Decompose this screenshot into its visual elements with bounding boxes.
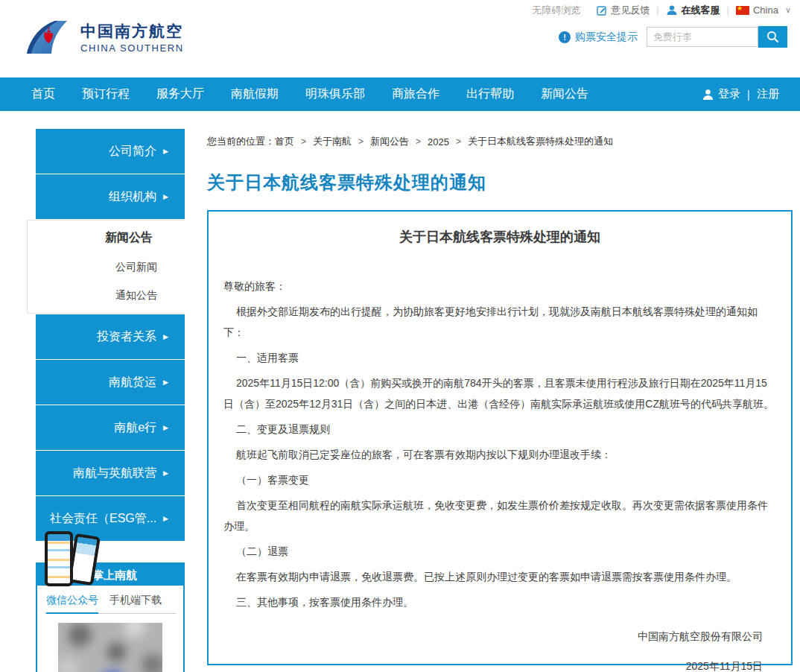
notice-date: 2025年11月15日 xyxy=(223,656,763,672)
breadcrumb: 您当前的位置： 首页 > 关于南航 > 新闻公告 > 2025 > 关于日本航线… xyxy=(207,135,613,148)
login-link[interactable]: 登录 xyxy=(718,87,740,101)
breadcrumb-separator: > xyxy=(301,136,306,147)
flag-icon: ★ xyxy=(736,6,749,15)
divider: | xyxy=(656,4,658,16)
breadcrumb-separator: > xyxy=(416,136,421,147)
sidebar-item-joint-business[interactable]: 南航与英航联营 ▶ xyxy=(36,451,185,495)
notice-paragraph: 尊敬的旅客： xyxy=(223,276,776,297)
notice-section-heading: 一、适用客票 xyxy=(223,347,776,368)
nav-item-sky-pearl-club[interactable]: 明珠俱乐部 xyxy=(305,86,365,102)
arrow-right-icon: ▶ xyxy=(163,378,168,386)
notice-paragraph: 首次变更至相同航程的南航实际承运航班，免收变更费，如发生票价价差按规定收取。再次… xyxy=(223,495,776,536)
notice-signature-block: 中国南方航空股份有限公司 2025年11月15日 xyxy=(223,626,776,672)
breadcrumb-current: 关于日本航线客票特殊处理的通知 xyxy=(468,135,613,148)
arrow-right-icon: ▶ xyxy=(163,148,168,155)
register-link[interactable]: 注册 xyxy=(757,87,779,101)
sidebar-menu: 公司简介 ▶ 组织机构 ▶ 新闻公告 公司新闻 通知公告 投资者关系 ▶ 南航货… xyxy=(36,129,185,542)
online-service-icon xyxy=(666,4,678,16)
logo-english-name: CHINA SOUTHERN xyxy=(80,42,184,54)
notice-paragraph: 航班起飞前取消已定妥座位的旅客，可在客票有效期内按以下规则办理退改手续： xyxy=(223,444,776,465)
arrow-right-icon: ▶ xyxy=(163,515,168,522)
notice-section-heading: 二、变更及退票规则 xyxy=(223,419,776,440)
arrow-right-icon: ▶ xyxy=(163,424,168,431)
breadcrumb-prefix: 您当前的位置： xyxy=(207,135,275,148)
notice-content-box: 关于日本航线客票特殊处理的通知 尊敬的旅客： 根据外交部近期发布的出行提醒，为协… xyxy=(207,210,793,665)
auth-area: 登录 | 注册 xyxy=(702,77,779,111)
notice-subsection-heading: （二）退票 xyxy=(223,541,776,562)
search-icon xyxy=(766,31,779,43)
nav-item-service-hall[interactable]: 服务大厅 xyxy=(156,86,204,102)
notice-paragraph: 根据外交部近期发布的出行提醒，为协助旅客更好地安排出行计划，现就涉及南航日本航线… xyxy=(223,301,776,343)
arrow-right-icon: ▶ xyxy=(163,193,168,200)
nav-item-holidays[interactable]: 南航假期 xyxy=(231,86,279,102)
nav-item-news[interactable]: 新闻公告 xyxy=(541,86,588,102)
chevron-down-icon: ∨ xyxy=(785,5,791,15)
search-input[interactable] xyxy=(647,27,758,47)
notice-paragraph: 2025年11月15日12:00（含）前购买或换开的南航784开头的客票，且客票… xyxy=(223,373,776,414)
notice-paragraph: 三、其他事项，按客票使用条件办理。 xyxy=(223,592,776,612)
breadcrumb-about[interactable]: 关于南航 xyxy=(313,135,352,148)
qr-code-image xyxy=(58,623,162,672)
arrow-right-icon: ▶ xyxy=(163,333,168,340)
breadcrumb-news[interactable]: 新闻公告 xyxy=(370,135,409,148)
online-service-link[interactable]: 在线客服 xyxy=(666,4,720,17)
tab-mobile-download[interactable]: 手机端下载 xyxy=(109,594,162,613)
notice-subsection-heading: （一）客票变更 xyxy=(223,469,776,490)
feedback-icon xyxy=(597,5,607,16)
top-utility-bar: 无障碍浏览 意见反馈 | 在线客服 | ★ China ∨ xyxy=(532,0,791,20)
airline-logo[interactable]: 中国南方航空 CHINA SOUTHERN xyxy=(25,20,184,54)
mobile-app-image xyxy=(42,529,98,590)
tailfin-logo-icon xyxy=(25,20,74,54)
arrow-right-icon: ▶ xyxy=(163,469,168,477)
company-signature: 中国南方航空股份有限公司 xyxy=(223,626,763,647)
nav-item-home[interactable]: 首页 xyxy=(31,86,55,102)
alert-icon: ! xyxy=(559,31,571,43)
breadcrumb-separator: > xyxy=(456,136,461,147)
search-button[interactable] xyxy=(758,26,787,48)
sidebar-active-section: 新闻公告 公司新闻 通知公告 xyxy=(27,220,185,314)
user-icon xyxy=(702,89,714,101)
sidebar-subitem-company-news[interactable]: 公司新闻 xyxy=(28,261,185,274)
notice-paragraph: 在客票有效期内申请退票，免收退票费。已按上述原则办理过变更的客票如申请退票需按客… xyxy=(223,566,776,587)
nav-item-travel-help[interactable]: 出行帮助 xyxy=(466,86,514,102)
ticket-safety-tip-link[interactable]: ! 购票安全提示 xyxy=(559,31,638,44)
page-title: 关于日本航线客票特殊处理的通知 xyxy=(207,171,486,194)
sidebar-subitem-notice-announcements[interactable]: 通知公告 xyxy=(28,289,185,302)
logo-text: 中国南方航空 CHINA SOUTHERN xyxy=(80,21,184,54)
divider: | xyxy=(727,4,729,16)
sidebar-item-organization[interactable]: 组织机构 ▶ xyxy=(36,174,185,219)
logo-chinese-name: 中国南方航空 xyxy=(80,21,184,42)
feedback-link[interactable]: 意见反馈 xyxy=(597,4,650,17)
breadcrumb-year[interactable]: 2025 xyxy=(428,136,449,148)
accessibility-link[interactable]: 无障碍浏览 xyxy=(532,4,580,17)
breadcrumb-separator: > xyxy=(358,136,364,147)
nav-item-corporate-travel[interactable]: 商旅合作 xyxy=(392,86,439,102)
notice-title: 关于日本航线客票特殊处理的通知 xyxy=(223,228,776,246)
divider: | xyxy=(747,88,750,101)
main-nav: 首页 预订行程 服务大厅 南航假期 明珠俱乐部 商旅合作 出行帮助 新闻公告 登… xyxy=(0,77,800,111)
header-search-area: ! 购票安全提示 xyxy=(559,26,787,48)
tab-wechat-official[interactable]: 微信公众号 xyxy=(46,594,98,614)
sidebar-item-company-profile[interactable]: 公司简介 ▶ xyxy=(36,129,185,174)
nav-item-booking[interactable]: 预订行程 xyxy=(82,86,130,102)
sidebar-item-e-travel[interactable]: 南航e行 ▶ xyxy=(36,405,185,450)
region-selector[interactable]: ★ China ∨ xyxy=(736,4,791,16)
sidebar-item-news-announcements[interactable]: 新闻公告 xyxy=(28,230,185,246)
sidebar-item-cargo[interactable]: 南航货运 ▶ xyxy=(36,360,185,405)
sidebar-item-investor-relations[interactable]: 投资者关系 ▶ xyxy=(36,314,185,359)
breadcrumb-home[interactable]: 首页 xyxy=(275,135,294,148)
